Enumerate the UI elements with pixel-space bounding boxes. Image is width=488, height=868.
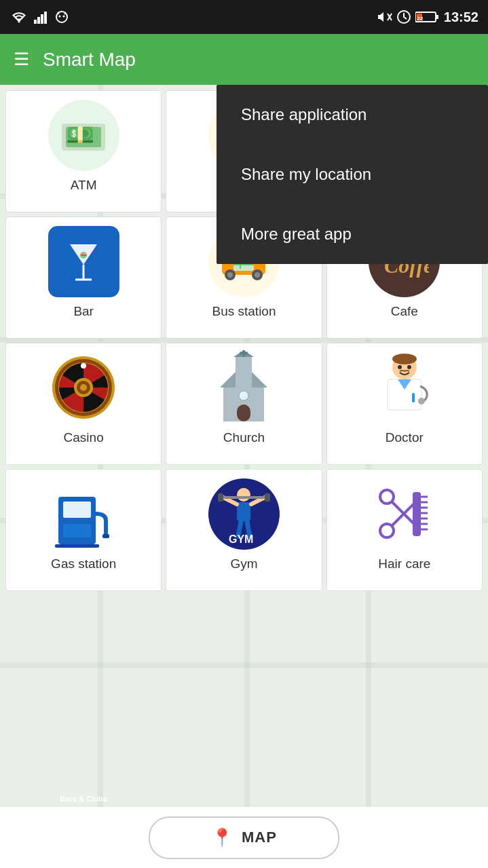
atm-icon: 💵 <box>46 98 121 172</box>
church-label: Church <box>223 430 265 445</box>
app-header: ☰ Smart Map <box>0 34 488 85</box>
volume-muted-icon <box>376 10 392 24</box>
svg-rect-2 <box>37 17 40 24</box>
svg-point-57 <box>398 365 402 369</box>
cafe-label: Cafe <box>391 304 418 319</box>
dropdown-menu: Share application Share my location More… <box>217 85 488 264</box>
casino-icon <box>46 350 121 425</box>
church-icon <box>206 350 281 425</box>
battery-icon: 22 <box>415 11 440 23</box>
svg-rect-4 <box>44 12 47 24</box>
svg-point-0 <box>18 21 20 23</box>
gym-icon: GYM <box>206 476 281 551</box>
svg-rect-60 <box>412 393 415 402</box>
svg-point-34 <box>227 272 233 278</box>
dropdown-share-location[interactable]: Share my location <box>217 145 488 204</box>
grid-item-hair-care[interactable]: Hair care <box>326 469 483 591</box>
status-right: 22 13:52 <box>376 10 478 25</box>
svg-rect-67 <box>237 502 250 521</box>
svg-point-54 <box>392 354 417 364</box>
bar-label: Bar <box>73 304 94 319</box>
svg-rect-12 <box>436 15 438 19</box>
svg-rect-72 <box>265 493 270 502</box>
grid-item-church[interactable]: Church <box>166 343 322 465</box>
android-icon <box>54 10 69 24</box>
casino-label: Casino <box>64 430 104 445</box>
svg-point-58 <box>407 365 411 369</box>
svg-rect-49 <box>237 404 250 421</box>
time-display: 13:52 <box>444 10 478 25</box>
svg-rect-65 <box>55 544 99 548</box>
status-bar: 22 13:52 <box>0 0 488 34</box>
doctor-icon <box>367 350 442 425</box>
svg-point-6 <box>59 16 61 18</box>
svg-rect-80 <box>413 492 421 536</box>
map-pin-icon: 📍 <box>211 827 233 848</box>
svg-rect-47 <box>236 357 252 391</box>
svg-rect-50 <box>239 391 248 400</box>
signal-icon <box>34 10 49 24</box>
svg-rect-63 <box>63 524 91 537</box>
hair-care-label: Hair care <box>378 556 430 571</box>
bus-station-label: Bus station <box>212 304 276 319</box>
clock-icon <box>396 10 411 24</box>
svg-text:GYM: GYM <box>229 533 253 543</box>
svg-rect-1 <box>34 20 37 24</box>
svg-point-59 <box>418 398 425 404</box>
doctor-label: Doctor <box>386 430 424 445</box>
app-title: Smart Map <box>43 49 136 71</box>
svg-rect-3 <box>41 14 43 24</box>
map-button[interactable]: 📍 MAP <box>149 816 339 859</box>
grid-item-gas-station[interactable]: Gas station <box>5 469 162 591</box>
grid-item-gym[interactable]: GYM Gym <box>166 469 322 591</box>
bar-icon: Bars & Clubs <box>46 224 121 299</box>
svg-point-7 <box>63 16 65 18</box>
grid-item-casino[interactable]: Casino <box>5 343 162 465</box>
svg-rect-62 <box>63 502 91 518</box>
gym-label: Gym <box>230 556 257 571</box>
status-icons-left <box>10 10 69 24</box>
grid-item-bar[interactable]: Bars & Clubs Bar <box>5 216 162 339</box>
grid-item-atm[interactable]: 💵 ATM <box>5 90 162 212</box>
svg-text:22: 22 <box>417 16 423 22</box>
svg-point-66 <box>237 488 250 502</box>
bottom-bar: 📍 MAP <box>0 807 488 868</box>
atm-label: ATM <box>71 178 97 193</box>
map-button-label: MAP <box>242 829 277 846</box>
svg-rect-64 <box>102 534 109 538</box>
grid-item-doctor[interactable]: Doctor <box>326 343 483 465</box>
svg-point-44 <box>81 363 86 369</box>
dropdown-share-application[interactable]: Share application <box>217 85 488 145</box>
svg-point-36 <box>255 272 260 278</box>
svg-text:💵: 💵 <box>66 121 95 149</box>
svg-rect-71 <box>218 493 223 502</box>
dropdown-more-apps[interactable]: More great app <box>217 204 488 264</box>
hamburger-menu[interactable]: ☰ <box>14 49 29 70</box>
svg-point-43 <box>80 384 87 391</box>
hair-icon <box>367 476 442 551</box>
gas-station-label: Gas station <box>51 556 116 571</box>
wifi-icon <box>10 10 29 24</box>
gas-icon <box>46 476 121 551</box>
